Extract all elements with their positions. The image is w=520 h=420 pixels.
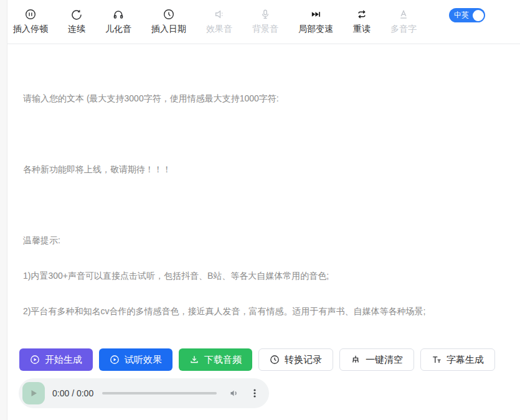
letter-a-underline-icon	[398, 9, 409, 20]
download-icon	[189, 355, 199, 365]
editor-line: 各种新功能即将上线，敬请期待！！！	[23, 164, 508, 175]
speaker-icon	[214, 9, 225, 20]
download-audio-button[interactable]: 下载音频	[179, 348, 252, 371]
button-label: 开始生成	[45, 354, 82, 366]
audio-player: 0:00 / 0:00	[19, 378, 269, 408]
toolbar-item-label: 局部变速	[298, 24, 333, 34]
start-generate-button[interactable]: 开始生成	[19, 348, 93, 371]
skip-forward-icon	[310, 9, 321, 20]
editor-line: 2)平台有多种和知名cv合作的多情感音色，接近真人发音，富有情感。适用于有声书、…	[23, 306, 508, 317]
text-input-area[interactable]: 请输入您的文本 (最大支持3000字符，使用情感最大支持1000字符: 各种新功…	[7, 44, 520, 322]
player-play-button[interactable]	[22, 382, 45, 404]
preview-audio-button[interactable]: 试听效果	[99, 348, 173, 371]
toolbar-item-label: 效果音	[206, 24, 232, 34]
button-label: 转换记录	[285, 354, 322, 366]
toolbar-item-label: 连续	[68, 24, 85, 34]
editor-line: 温馨提示:	[23, 235, 508, 246]
language-toggle[interactable]: 中英	[449, 8, 485, 22]
player-progress-bar[interactable]	[102, 392, 217, 394]
toolbar-item-erhua[interactable]: 儿化音	[105, 9, 131, 34]
editor-line: 1)内置300+声音可以直接点击试听，包括抖音、B站、等各大自媒体常用的音色;	[23, 270, 508, 282]
toolbar-item-insert-date[interactable]: 插入日期	[151, 9, 186, 34]
toolbar-item-continuous[interactable]: 连续	[68, 9, 85, 34]
clear-all-button[interactable]: 一键清空	[339, 348, 414, 371]
toolbar-item-insert-pause[interactable]: 插入停顿	[13, 9, 48, 34]
repeat-icon	[356, 9, 367, 20]
broom-icon	[351, 355, 361, 365]
play-circle-icon	[30, 355, 40, 365]
action-button-row: 开始生成 试听效果 下载音频	[7, 322, 520, 371]
clock-icon	[163, 9, 174, 20]
editor-line: 请输入您的文本 (最大支持3000字符，使用情感最大支持1000字符:	[23, 93, 508, 105]
tts-app-panel: 插入停顿 连续 儿化音	[7, 0, 520, 420]
toolbar-item-label: 背景音	[252, 24, 278, 34]
editor-toolbar: 插入停顿 连续 儿化音	[7, 0, 520, 44]
history-icon	[270, 355, 280, 365]
toolbar-item-label: 重读	[353, 24, 371, 34]
toolbar-item-label: 多音字	[390, 24, 417, 34]
language-toggle-label: 中英	[454, 10, 469, 21]
refresh-icon	[71, 9, 82, 20]
button-label: 下载音频	[204, 354, 242, 366]
editor-line	[23, 199, 508, 211]
button-label: 字幕生成	[447, 354, 484, 366]
subtitle-generate-button[interactable]: 字幕生成	[420, 348, 495, 371]
toolbar-item-stress[interactable]: 重读	[353, 9, 371, 34]
button-label: 试听效果	[125, 354, 162, 366]
headphones-icon	[113, 9, 124, 20]
play-circle-icon	[110, 355, 120, 365]
player-time: 0:00 / 0:00	[52, 388, 93, 398]
toolbar-item-polyphonic[interactable]: 多音字	[390, 9, 417, 34]
toolbar-item-local-speed[interactable]: 局部变速	[298, 9, 333, 34]
toolbar-item-background-sound[interactable]: 背景音	[252, 9, 278, 34]
editor-line	[23, 128, 508, 140]
volume-icon[interactable]	[228, 387, 240, 399]
button-label: 一键清空	[366, 354, 403, 366]
toolbar-item-sound-effect[interactable]: 效果音	[206, 9, 232, 34]
conversion-history-button[interactable]: 转换记录	[258, 348, 333, 371]
text-size-icon	[432, 355, 442, 365]
toolbar-item-label: 插入日期	[151, 24, 186, 34]
toolbar-item-label: 插入停顿	[13, 24, 48, 34]
play-icon	[29, 388, 39, 398]
toolbar-item-label: 儿化音	[105, 24, 131, 34]
microphone-icon	[260, 9, 271, 20]
pause-circle-icon	[25, 9, 36, 20]
toggle-knob	[473, 10, 484, 21]
player-menu-icon[interactable]	[249, 388, 260, 399]
